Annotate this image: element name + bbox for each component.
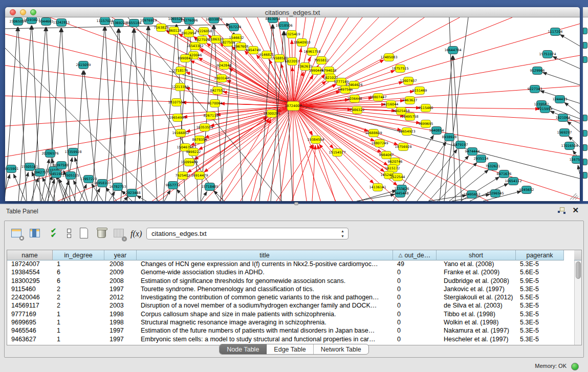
vertical-scrollbar[interactable] <box>574 260 582 345</box>
table-row[interactable]: 1830029562008Estimation of significance … <box>7 277 574 286</box>
teal-node[interactable]: 15718485 <box>201 183 218 191</box>
teal-node[interactable]: 15276096 <box>181 17 198 25</box>
teal-node[interactable]: 9227343 <box>528 85 542 93</box>
teal-node[interactable]: 12923448 <box>123 189 140 197</box>
yellow-node[interactable]: 9699695 <box>419 120 433 128</box>
network-select[interactable]: citations_edges.txt ▲▼ <box>146 228 349 239</box>
teal-node[interactable]: 20206576 <box>41 150 58 158</box>
teal-node[interactable]: 9245652 <box>519 186 534 194</box>
table-row[interactable]: 1938455462009Genome-wide association stu… <box>7 269 574 277</box>
teal-node[interactable]: 9344661 <box>39 18 54 26</box>
yellow-node[interactable]: 10807447 <box>369 94 386 101</box>
column-header-indegree[interactable]: in_degree <box>53 250 104 260</box>
yellow-node[interactable]: 8267110 <box>204 112 219 120</box>
table-panel-body: ✔✔ x f(x) citations_edges.txt ▲▼ namein_… <box>4 221 584 358</box>
yellow-node[interactable]: 9151469 <box>412 87 427 95</box>
yellow-node[interactable]: 18724007 <box>285 101 301 111</box>
network-window[interactable]: citations_edges.txt 18724007716382288601… <box>5 7 580 201</box>
yellow-node[interactable]: 14136141 <box>369 184 386 191</box>
teal-node[interactable]: 18495652 <box>463 191 480 199</box>
window-titlebar[interactable]: citations_edges.txt <box>5 7 580 17</box>
new-table-icon[interactable] <box>78 227 92 240</box>
scrollbar-thumb[interactable] <box>576 261 581 279</box>
teal-node[interactable]: 16644784 <box>444 47 461 54</box>
delete-table-icon[interactable] <box>96 227 109 240</box>
column-header-name[interactable]: name <box>7 250 53 260</box>
table-row[interactable]: 1872400712008Changes of HCN gene express… <box>7 260 574 269</box>
table-row[interactable]: 946362711997Embryonic stem cells: a mode… <box>7 336 574 344</box>
teal-node[interactable]: 1640854 <box>429 127 444 135</box>
column-header-pagerank[interactable]: pagerank <box>516 250 564 260</box>
node-label: 2615059 <box>76 63 91 67</box>
yellow-node[interactable]: 12325419 <box>283 31 300 38</box>
node-label: 10296545 <box>487 191 504 195</box>
teal-node[interactable]: 9657771 <box>166 182 181 189</box>
disabled-table-icon[interactable]: x <box>113 227 126 240</box>
table-row[interactable]: 1456911722003Disruption of a novel membe… <box>7 302 574 310</box>
teal-node[interactable]: 1244413 <box>553 96 568 103</box>
column-header-outde[interactable]: △out_de… <box>393 250 437 260</box>
column-header-short[interactable]: short <box>437 250 516 260</box>
teal-node[interactable]: 9474444 <box>465 148 480 156</box>
yellow-node[interactable]: 18640910 <box>293 39 310 47</box>
teal-node[interactable]: 8813054 <box>266 17 280 23</box>
float-panel-icon[interactable] <box>558 207 565 214</box>
teal-node[interactable]: 9129966 <box>530 67 545 75</box>
teal-node[interactable]: 8471676 <box>497 170 512 178</box>
yellow-node[interactable]: 16353554 <box>196 124 213 132</box>
row-select-icon[interactable]: ✔✔ <box>48 227 61 240</box>
yellow-node[interactable]: 9115460 <box>419 104 433 112</box>
table-cell: 5.3E-5 <box>516 260 564 269</box>
tab-edge-table[interactable]: Edge Table <box>267 344 313 354</box>
close-panel-icon[interactable]: ✕ <box>572 206 579 214</box>
function-icon[interactable]: f(x) <box>130 227 146 240</box>
yellow-node[interactable]: 19654985 <box>169 114 186 122</box>
table-row[interactable]: 2242004622012Investigating the contribut… <box>7 294 574 302</box>
memory-label[interactable]: Memory: OK <box>535 363 567 369</box>
table-row[interactable]: 911546021997Tourette syndrome. Phenomeno… <box>7 286 574 294</box>
teal-node[interactable]: 3915901 <box>5 165 18 173</box>
yellow-node[interactable]: 17485083 <box>380 54 397 61</box>
network-canvas[interactable]: 1872400771638228860128891295422226058982… <box>5 17 580 201</box>
column-select-icon[interactable] <box>29 227 42 240</box>
teal-node[interactable]: 1167533 <box>570 156 580 164</box>
yellow-node[interactable]: 8427552 <box>210 87 225 95</box>
column-header-year[interactable]: year <box>104 250 137 260</box>
yellow-node[interactable]: 19384554 <box>307 136 324 144</box>
teal-node[interactable]: 19218506 <box>275 22 292 30</box>
yellow-node[interactable]: 19756928 <box>395 143 411 151</box>
teal-node[interactable]: 16033809 <box>205 17 222 24</box>
table-row[interactable]: 946554611997Estimation of the future num… <box>7 327 574 335</box>
teal-node[interactable]: 17359928 <box>64 148 81 156</box>
teal-node[interactable]: 2935114 <box>474 155 489 163</box>
column-header-title[interactable]: title <box>137 250 393 260</box>
tab-node-table[interactable]: Node Table <box>220 344 267 354</box>
yellow-node[interactable]: 3170064 <box>208 100 223 107</box>
memory-status-icon[interactable] <box>571 363 579 370</box>
table-options-icon[interactable] <box>11 227 24 240</box>
yellow-node[interactable]: 22226058 <box>195 28 212 35</box>
teal-node[interactable]: 2615059 <box>76 61 91 69</box>
tab-network-table[interactable]: Network Table <box>314 344 368 354</box>
yellow-node[interactable]: 6794028 <box>322 67 337 75</box>
yellow-node[interactable]: 18757515 <box>391 65 408 73</box>
yellow-node[interactable]: 19166852 <box>172 129 189 137</box>
table-row[interactable]: 977716911998Corpus callosum shape and si… <box>7 311 574 319</box>
yellow-node[interactable]: 7986322 <box>350 106 365 114</box>
teal-node[interactable]: 1569297 <box>557 129 572 137</box>
teal-node[interactable]: 10976919 <box>140 17 157 25</box>
teal-node[interactable]: 6479197 <box>453 141 468 149</box>
yellow-node[interactable]: 8912954 <box>182 30 197 37</box>
node-label: 19218506 <box>275 24 292 28</box>
yellow-node[interactable]: 15154577 <box>329 149 345 157</box>
yellow-node[interactable]: 19654923 <box>398 128 415 136</box>
rows-icon[interactable] <box>63 227 76 240</box>
yellow-node[interactable]: 11607437 <box>400 77 417 85</box>
teal-node[interactable]: 10296545 <box>487 190 504 198</box>
table-row[interactable]: 969969511998Structural magnetic resonanc… <box>7 319 574 327</box>
teal-node[interactable]: 11242811 <box>53 19 70 27</box>
table-cell: 0 <box>393 311 437 319</box>
teal-node[interactable]: 16782753 <box>109 183 126 191</box>
teal-node[interactable]: 1117204 <box>548 28 563 36</box>
yellow-node[interactable]: 12213359 <box>171 83 188 91</box>
